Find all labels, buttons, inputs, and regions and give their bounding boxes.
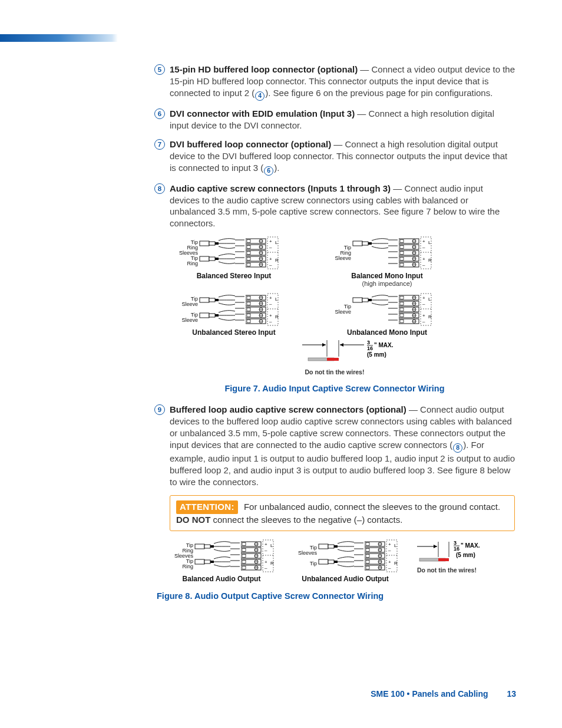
svg-rect-230 (366, 566, 369, 569)
svg-rect-64 (400, 263, 404, 266)
svg-text:+: + (269, 313, 272, 318)
svg-text:3: 3 (454, 540, 457, 546)
svg-rect-87 (247, 297, 250, 299)
svg-text:+: + (269, 239, 272, 244)
svg-text:16: 16 (454, 546, 459, 552)
svg-rect-20 (247, 252, 250, 255)
svg-text:–: – (265, 565, 267, 571)
svg-rect-163 (195, 544, 204, 549)
item-9-text: Buffered loop audio captive screw connec… (170, 404, 515, 488)
diagram-balanced-audio-output: TipRingSleevesTipRing (167, 539, 276, 583)
marker-5: 5 (154, 64, 165, 75)
svg-rect-175 (242, 543, 246, 546)
svg-rect-206 (328, 560, 334, 564)
svg-rect-2 (215, 242, 219, 245)
svg-rect-251 (438, 558, 449, 561)
svg-text:–: – (269, 245, 272, 250)
svg-rect-76 (209, 298, 215, 302)
svg-text:" MAX.: " MAX. (374, 342, 394, 348)
svg-rect-78 (200, 313, 209, 318)
svg-text:+: + (269, 256, 272, 262)
figure-7-diagrams: TipRingSleevesTipRing (154, 236, 515, 375)
svg-text:L: L (275, 297, 278, 302)
do-not-tin-note-2: Do not tin the wires! (417, 566, 515, 574)
svg-rect-3 (200, 256, 209, 261)
svg-text:–: – (422, 245, 425, 250)
svg-rect-207 (334, 561, 338, 563)
svg-text:+: + (388, 542, 391, 547)
item-5-text-b: ). See figure 6 on the previous page for… (265, 88, 492, 98)
svg-rect-127 (400, 302, 404, 305)
main-content: 5 15-pin HD buffered loop connector (opt… (154, 64, 515, 611)
diagram-balanced-stereo-input: TipRingSleevesTipRing (172, 236, 296, 287)
figure-7-caption: Figure 7. Audio Input Captive Screw Conn… (154, 384, 515, 393)
list-item-6: 6 DVI connector with EDID emulation (Inp… (154, 108, 515, 131)
svg-rect-12 (247, 240, 250, 243)
svg-rect-183 (242, 555, 246, 558)
marker-8: 8 (154, 183, 165, 194)
svg-rect-214 (366, 543, 369, 546)
svg-rect-123 (400, 297, 404, 299)
svg-text:L: L (428, 240, 431, 245)
strip-note-fig8: 3 16 " MAX. (5 mm) Do not tin the wires! (415, 539, 515, 574)
svg-rect-1 (209, 242, 215, 245)
strip-length-figure: 3 16 " MAX. (5 mm) (196, 340, 473, 365)
item-5-text: 15-pin HD buffered loop connector (optio… (170, 64, 515, 101)
svg-text:–: – (265, 548, 267, 553)
svg-rect-103 (247, 320, 250, 323)
svg-rect-204 (334, 545, 338, 548)
svg-rect-187 (242, 561, 246, 564)
svg-text:+: + (265, 559, 267, 565)
ref-4: 4 (255, 91, 265, 101)
page-footer: SME 100 • Panels and Cabling 13 (371, 689, 516, 699)
svg-marker-242 (434, 545, 437, 548)
svg-rect-91 (247, 302, 250, 305)
svg-rect-116 (368, 299, 372, 301)
svg-text:+: + (422, 295, 425, 301)
footer-section: SME 100 • Panels and Cabling (371, 689, 488, 699)
item-9-lead: Buffered loop audio captive screw connec… (170, 404, 406, 414)
svg-rect-162 (327, 358, 339, 361)
svg-rect-52 (400, 246, 404, 249)
svg-rect-24 (247, 258, 250, 261)
svg-rect-165 (210, 545, 214, 548)
svg-text:–: – (269, 319, 272, 324)
attention-box: ATTENTION: For unbalanced audio, connect… (170, 495, 515, 532)
marker-9: 9 (154, 404, 165, 415)
svg-marker-151 (322, 343, 326, 347)
diagram-unbalanced-mono-input: TipSleeve (325, 293, 449, 337)
svg-text:–: – (269, 262, 272, 268)
svg-rect-28 (247, 263, 250, 266)
item-8-lead: Audio captive screw connectors (Inputs 1… (170, 183, 391, 193)
svg-text:(5 mm): (5 mm) (367, 351, 386, 358)
svg-rect-166 (195, 559, 204, 564)
marker-6: 6 (154, 108, 165, 119)
svg-rect-115 (362, 298, 368, 302)
figure-8-caption: Figure 8. Audio Output Captive Screw Con… (157, 591, 515, 601)
svg-text:L: L (428, 297, 431, 302)
item-5-lead: 15-pin HD buffered loop connector (optio… (170, 64, 358, 74)
ref-8: 8 (453, 443, 462, 453)
item-6-lead: DVI connector with EDID emulation (Input… (170, 108, 355, 118)
svg-rect-131 (400, 308, 404, 311)
attention-line2: connect the sleeves to the negative (–) … (210, 515, 402, 525)
svg-rect-167 (204, 560, 210, 564)
list-item-7: 7 DVI buffered loop connector (optional)… (154, 139, 515, 176)
item-7-text: DVI buffered loop connector (optional) —… (170, 139, 515, 176)
svg-text:L: L (394, 543, 397, 548)
svg-rect-114 (353, 298, 362, 302)
diagram-balanced-mono-input: TipRingSleeve (325, 236, 449, 287)
svg-rect-41 (368, 242, 372, 245)
attention-donot: DO NOT (176, 515, 210, 525)
svg-text:+: + (422, 256, 425, 262)
svg-text:–: – (269, 301, 272, 307)
svg-rect-135 (400, 314, 404, 317)
figure-8-diagrams: TipRingSleevesTipRing (167, 539, 515, 583)
svg-text:+: + (269, 295, 272, 301)
svg-rect-205 (319, 559, 328, 564)
svg-rect-95 (247, 308, 250, 311)
svg-rect-222 (366, 555, 369, 558)
item-7-text-b: ). (274, 163, 279, 173)
svg-text:+: + (388, 559, 391, 565)
svg-text:" MAX.: " MAX. (461, 542, 480, 549)
